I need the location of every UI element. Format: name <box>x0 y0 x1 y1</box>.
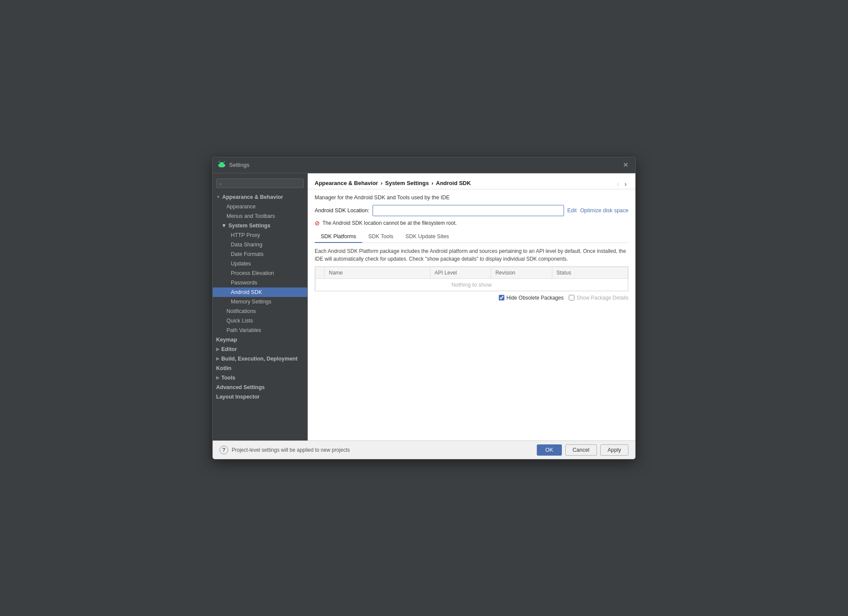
sdk-location-label: Android SDK Location: <box>315 207 369 214</box>
sidebar-item-system-settings[interactable]: ▼ System Settings <box>213 221 307 230</box>
breadcrumb-part1: Appearance & Behavior <box>315 180 378 186</box>
col-header-revision: Revision <box>491 267 552 278</box>
svg-rect-6 <box>221 166 222 167</box>
right-panel: Appearance & Behavior › System Settings … <box>308 173 635 440</box>
window-title: Settings <box>229 162 249 168</box>
svg-rect-3 <box>219 164 224 167</box>
error-row: ⊘ The Android SDK location cannot be at … <box>315 220 628 227</box>
footer-left: ? Project-level settings will be applied… <box>220 446 350 454</box>
sidebar-item-notifications[interactable]: Notifications <box>213 306 307 316</box>
tabs-row: SDK Platforms SDK Tools SDK Update Sites <box>315 231 628 243</box>
show-details-label[interactable]: Show Package Details <box>569 295 628 301</box>
sidebar-item-path-variables[interactable]: Path Variables <box>213 326 307 335</box>
sidebar-section-label: Appearance & Behavior <box>222 194 283 200</box>
collapse-arrow-editor: ▶ <box>216 347 220 351</box>
sidebar-item-appearance-behavior[interactable]: ▼ Appearance & Behavior <box>213 192 307 202</box>
apply-button[interactable]: Apply <box>600 444 628 456</box>
back-button[interactable]: ‹ <box>615 179 621 189</box>
nav-arrows: ‹ › <box>615 179 628 189</box>
sidebar-item-kotlin[interactable]: Kotlin <box>213 364 307 373</box>
collapse-arrow-tools: ▶ <box>216 375 220 380</box>
hide-obsolete-label[interactable]: Hide Obsolete Packages <box>499 295 564 301</box>
optimize-disk-space-link[interactable]: Optimize disk space <box>580 207 628 214</box>
col-header-api-level: API Level <box>430 267 491 278</box>
sidebar-item-appearance[interactable]: Appearance <box>213 202 307 211</box>
col-header-status: Status <box>552 267 628 278</box>
help-button[interactable]: ? <box>220 446 228 454</box>
panel-nav: Appearance & Behavior › System Settings … <box>315 178 628 189</box>
footer-buttons: OK Cancel Apply <box>537 444 628 456</box>
close-button[interactable]: ✕ <box>621 161 630 169</box>
bottom-row: Hide Obsolete Packages Show Package Deta… <box>315 291 628 302</box>
panel-body: Manager for the Android SDK and Tools us… <box>308 189 635 440</box>
sidebar-item-keymap[interactable]: Keymap <box>213 335 307 345</box>
sidebar-item-build-execution[interactable]: ▶ Build, Execution, Deployment <box>213 354 307 364</box>
search-input[interactable] <box>224 180 301 186</box>
collapse-arrow-appearance-behavior: ▼ <box>216 195 220 199</box>
svg-rect-7 <box>222 166 223 167</box>
sidebar-item-menus-toolbars[interactable]: Menus and Toolbars <box>213 211 307 221</box>
search-box: ⌕ <box>213 176 307 192</box>
empty-table-message: Nothing to show <box>316 278 628 290</box>
breadcrumb-sep2: › <box>431 180 433 186</box>
cancel-button[interactable]: Cancel <box>565 444 597 456</box>
error-message: The Android SDK location cannot be at th… <box>322 220 457 226</box>
breadcrumb-sep1: › <box>381 180 383 186</box>
sidebar-item-advanced-settings[interactable]: Advanced Settings <box>213 383 307 392</box>
footer-note: Project-level settings will be applied t… <box>232 447 350 453</box>
hide-obsolete-text: Hide Obsolete Packages <box>507 295 564 301</box>
main-content: ⌕ ▼ Appearance & Behavior Appearance Men… <box>213 173 635 440</box>
sidebar-item-quick-lists[interactable]: Quick Lists <box>213 316 307 326</box>
collapse-arrow-build-execution: ▶ <box>216 356 220 361</box>
error-icon: ⊘ <box>315 220 320 227</box>
sidebar-item-date-formats[interactable]: Date Formats <box>213 249 307 259</box>
col-header-name: Name <box>325 267 430 278</box>
hide-obsolete-checkbox[interactable] <box>499 295 504 300</box>
svg-rect-5 <box>224 164 226 166</box>
svg-rect-4 <box>218 164 220 166</box>
sidebar-item-layout-inspector[interactable]: Layout Inspector <box>213 392 307 402</box>
panel-header: Appearance & Behavior › System Settings … <box>308 173 635 189</box>
show-details-checkbox[interactable] <box>569 295 574 300</box>
app-icon <box>218 161 226 169</box>
footer: ? Project-level settings will be applied… <box>213 440 635 459</box>
table-description: Each Android SDK Platform package includ… <box>315 243 628 266</box>
sdk-location-input[interactable] <box>373 205 564 216</box>
sdk-table: Name API Level Revision Status Nothing t… <box>315 267 628 291</box>
sidebar-item-memory-settings[interactable]: Memory Settings <box>213 297 307 306</box>
ok-button[interactable]: OK <box>537 444 562 456</box>
search-icon: ⌕ <box>219 181 222 186</box>
title-bar-left: Settings <box>218 161 249 169</box>
sidebar-item-process-elevation[interactable]: Process Elevation <box>213 268 307 278</box>
sidebar-item-passwords[interactable]: Passwords <box>213 278 307 287</box>
title-bar: Settings ✕ <box>213 157 635 173</box>
breadcrumb-part2: System Settings <box>385 180 429 186</box>
tab-sdk-platforms[interactable]: SDK Platforms <box>315 231 362 243</box>
tab-sdk-tools[interactable]: SDK Tools <box>362 231 399 243</box>
sidebar-item-tools[interactable]: ▶ Tools <box>213 373 307 383</box>
panel-description: Manager for the Android SDK and Tools us… <box>315 195 628 201</box>
forward-button[interactable]: › <box>623 179 628 189</box>
sidebar-item-http-proxy[interactable]: HTTP Proxy <box>213 230 307 240</box>
tab-sdk-update-sites[interactable]: SDK Update Sites <box>399 231 455 243</box>
svg-line-2 <box>224 161 225 162</box>
breadcrumb: Appearance & Behavior › System Settings … <box>315 180 471 188</box>
breadcrumb-part3: Android SDK <box>436 180 471 186</box>
sidebar-item-android-sdk[interactable]: Android SDK <box>213 287 307 297</box>
collapse-arrow-system-settings: ▼ <box>221 223 226 229</box>
sidebar-item-updates[interactable]: Updates <box>213 259 307 268</box>
settings-window: Settings ✕ ⌕ ▼ Appearance & Behavior App… <box>212 157 636 460</box>
sdk-location-row: Android SDK Location: Edit Optimize disk… <box>315 205 628 216</box>
sdk-table-wrapper: Name API Level Revision Status Nothing t… <box>315 266 628 291</box>
svg-line-1 <box>219 161 220 162</box>
show-details-text: Show Package Details <box>577 295 628 301</box>
search-input-wrap: ⌕ <box>216 179 304 188</box>
edit-link[interactable]: Edit <box>567 207 577 214</box>
sidebar: ⌕ ▼ Appearance & Behavior Appearance Men… <box>213 173 308 440</box>
sidebar-item-data-sharing[interactable]: Data Sharing <box>213 240 307 249</box>
sidebar-item-editor[interactable]: ▶ Editor <box>213 345 307 354</box>
col-header-check <box>316 267 325 278</box>
